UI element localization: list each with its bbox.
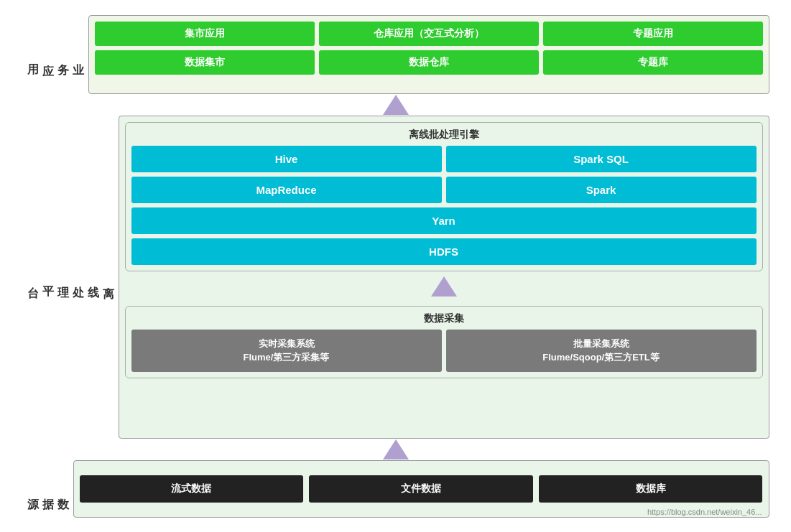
engine-title: 离线批处理引擎 [131,129,757,141]
svg-marker-0 [383,95,409,115]
business-box-2: 专题应用 [543,22,763,46]
business-box-4: 数据仓库 [319,50,539,75]
svg-marker-2 [383,439,409,459]
datasource-label: 数 据 源 [22,460,73,518]
business-box-5: 专题库 [543,50,763,75]
datasource-box-2: 数据库 [539,475,763,503]
collect-realtime: 实时采集系统Flume/第三方采集等 [131,330,442,372]
watermark: https://blog.csdn.net/weixin_46... [647,508,762,516]
svg-marker-1 [431,276,457,297]
collect-box: 数据采集 实时采集系统Flume/第三方采集等 批量采集系统Flume/Sqoo… [125,306,763,378]
engine-hive: Hive [131,146,442,172]
business-box-0: 集市应用 [95,22,315,46]
arrow-datasource-to-offline [22,439,769,460]
collect-batch: 批量采集系统Flume/Sqoop/第三方ETL等 [446,330,757,372]
engine-box: 离线批处理引擎 Hive Spark SQL MapReduce Spark Y… [125,122,763,271]
engine-mapreduce: MapReduce [131,177,442,203]
offline-label: 离 线 处 理 平 台 [22,116,119,439]
engine-spark: Spark [446,177,757,203]
business-label: 业 务 应 用 [22,15,88,94]
engine-hdfs: HDFS [131,238,757,265]
datasource-box-1: 文件数据 [309,475,533,503]
engine-sparksql: Spark SQL [446,146,757,172]
engine-yarn: Yarn [131,207,757,234]
arrow-business-to-offline [22,94,769,116]
business-box-3: 数据集市 [95,50,315,75]
datasource-box-0: 流式数据 [80,475,304,503]
arrow-collect-to-engine [125,276,763,297]
collect-title: 数据采集 [131,312,757,325]
business-box-1: 仓库应用（交互式分析） [319,22,539,46]
business-grid: 集市应用 仓库应用（交互式分析） 专题应用 数据集市 数据仓库 专题库 [95,22,763,75]
